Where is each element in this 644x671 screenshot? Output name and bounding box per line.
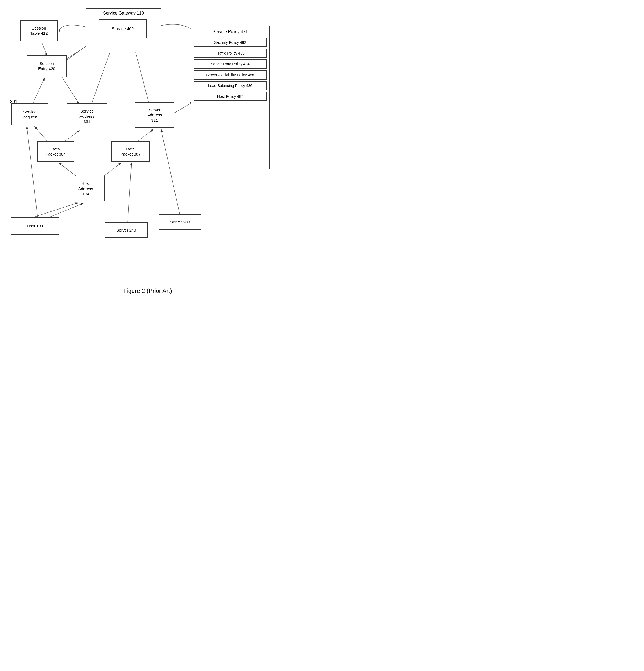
security-policy-box: Security Policy 482 (194, 38, 267, 47)
svg-line-18 (175, 102, 193, 113)
session-entry-box: Session Entry 420 (27, 55, 67, 77)
diagram: Service Gateway 110 Storage 400 Session … (0, 0, 295, 282)
session-table-box: Session Table 412 (20, 20, 58, 41)
service-policy-label: Service Policy 471 (194, 29, 267, 34)
server-240-box: Server 240 (105, 223, 147, 238)
traffic-policy-box: Traffic Policy 483 (194, 49, 267, 58)
server-load-policy-box: Server Load Policy 484 (194, 59, 267, 68)
svg-line-3 (32, 78, 44, 105)
server-address-box: Server Address 321 (135, 102, 175, 128)
host-box: Host 100 (11, 217, 59, 235)
load-balancing-policy-box: Load Balancing Policy 486 (194, 81, 267, 90)
service-gateway-label: Service Gateway 110 (87, 11, 160, 16)
figure-caption: Figure 2 (Prior Art) (0, 285, 295, 297)
svg-line-14 (128, 163, 131, 223)
data-packet-307-box: Data Packet 307 (112, 141, 150, 162)
svg-line-8 (137, 129, 153, 142)
svg-line-9 (59, 163, 78, 177)
svg-line-12 (32, 203, 78, 218)
service-policy-container: Service Policy 471 Security Policy 482 T… (191, 26, 270, 169)
storage-box: Storage 400 (99, 19, 147, 38)
service-address-box: Service Address 331 (67, 103, 107, 129)
host-policy-box: Host Policy 487 (194, 92, 267, 101)
server-availability-policy-box: Server Availability Policy 485 (194, 71, 267, 79)
host-address-box: Host Address 104 (67, 176, 105, 201)
service-gateway-box: Service Gateway 110 Storage 400 (86, 8, 161, 52)
svg-line-0 (42, 42, 47, 55)
svg-line-13 (48, 203, 83, 218)
svg-line-11 (27, 127, 38, 218)
svg-line-6 (63, 131, 79, 142)
svg-line-7 (35, 127, 48, 142)
data-packet-304-box: Data Packet 304 (37, 141, 74, 162)
server-200-box: Server 200 (159, 214, 201, 230)
service-request-box: Service Request (11, 103, 48, 125)
svg-line-15 (161, 129, 180, 215)
